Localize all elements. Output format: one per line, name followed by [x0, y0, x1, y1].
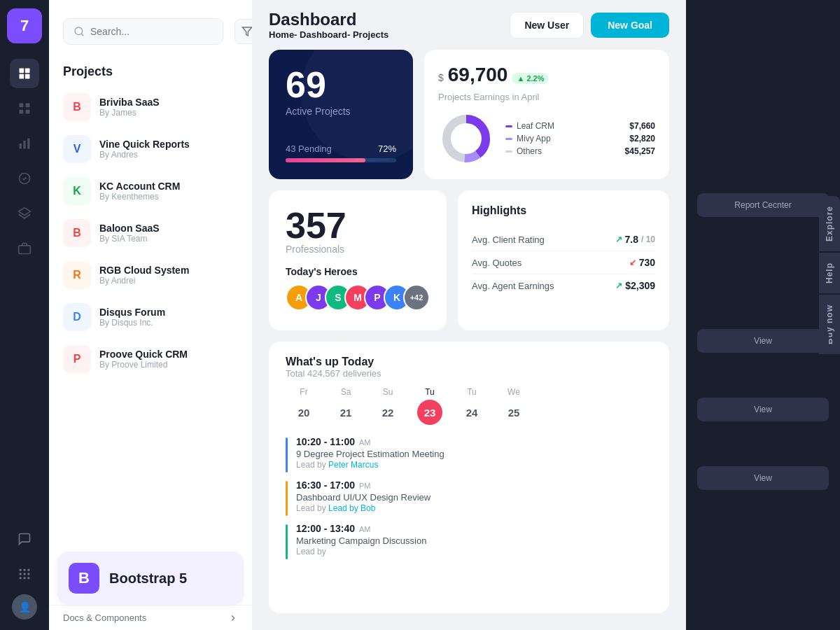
docs-label: Docs & Components [63, 612, 146, 623]
view-button-3[interactable]: View [697, 466, 829, 490]
project-info: Vine Quick Reports By Andres [99, 139, 238, 160]
cal-day-name: Su [383, 387, 393, 397]
event-item: 10:20 - 11:00 AM 9 Degree Project Estima… [286, 436, 652, 472]
right-tab-explore[interactable]: Explore [819, 196, 840, 251]
docs-link[interactable]: Docs & Components [49, 605, 252, 630]
svg-point-19 [27, 573, 29, 575]
filter-button[interactable] [234, 19, 252, 44]
svg-point-15 [23, 569, 25, 571]
svg-rect-8 [20, 144, 22, 149]
projects-search-area [49, 0, 252, 52]
event-lead: Lead by Lead by Bob [296, 503, 430, 513]
project-info: Disqus Forum By Disqus Inc. [99, 307, 238, 328]
svg-rect-1 [25, 69, 30, 74]
whatsup-card: What's up Today Total 424,567 deliveries… [269, 342, 669, 613]
event-lead-link[interactable]: Peter Marcus [328, 460, 378, 470]
highlight-value-rating: ↗ 7.8 / 10 [615, 234, 655, 245]
sidebar-icon-briefcase[interactable] [10, 234, 39, 263]
row-2: 357 Professionals Today's Heroes AJSMPK+… [269, 190, 669, 330]
project-logo: D [63, 303, 91, 331]
earnings-dollar: $ [438, 72, 444, 83]
legend-item-others: Others [505, 146, 614, 156]
progress-section: 43 Pending 72% [286, 144, 396, 162]
progress-pct: 72% [378, 144, 396, 154]
calendar-day[interactable]: Sa 21 [328, 387, 364, 425]
new-user-button[interactable]: New User [510, 12, 584, 38]
report-center-button[interactable]: Report Cecnter [697, 193, 829, 217]
project-item[interactable]: V Vine Quick Reports By Andres [57, 128, 244, 170]
sidebar-icon-message[interactable] [10, 524, 39, 554]
highlight-label-quotes: Avg. Quotes [472, 258, 522, 268]
professionals-card: 357 Professionals Today's Heroes AJSMPK+… [269, 190, 447, 330]
cal-day-num: 24 [459, 400, 484, 425]
project-item[interactable]: P Proove Quick CRM By Proove Limited [57, 338, 244, 380]
legend-label-others: Others [517, 146, 542, 156]
sidebar-icon-chart[interactable] [10, 129, 39, 158]
event-time: 10:20 - 11:00 AM [296, 436, 444, 447]
svg-rect-3 [25, 74, 30, 79]
project-info: RGB Cloud System By Andrei [99, 265, 238, 286]
prof-label: Professionals [286, 244, 430, 255]
search-bar[interactable] [63, 18, 223, 45]
project-item[interactable]: B Briviba SaaS By James [57, 86, 244, 128]
svg-rect-10 [27, 139, 29, 149]
sidebar-icon-layers[interactable] [10, 199, 39, 228]
calendar-day[interactable]: Fr 20 [286, 387, 322, 425]
project-info: KC Account CRM By Keenthemes [99, 181, 238, 202]
project-logo: B [63, 93, 91, 121]
project-item[interactable]: K KC Account CRM By Keenthemes [57, 170, 244, 212]
view-button-1[interactable]: View [697, 329, 829, 353]
project-by: By Andres [99, 150, 238, 160]
event-title: Dashboard UI/UX Design Review [296, 492, 430, 503]
sidebar-icon-check[interactable] [10, 164, 39, 193]
right-panel: Report Cecnter Explore Help Buy now View… [686, 0, 840, 630]
svg-rect-7 [26, 110, 30, 114]
svg-rect-6 [20, 110, 24, 114]
project-item[interactable]: D Disqus Forum By Disqus Inc. [57, 296, 244, 338]
calendar-row: Fr 20 Sa 21 Su 22 Tu 23 Tu 24 We 25 [286, 387, 652, 425]
svg-point-17 [20, 573, 22, 575]
project-by: By James [99, 108, 238, 118]
project-name: Vine Quick Reports [99, 139, 238, 150]
calendar-day[interactable]: Su 22 [370, 387, 406, 425]
sidebar-icon-grid[interactable] [10, 59, 39, 88]
projects-panel: Projects B Briviba SaaS By James V Vine … [49, 0, 252, 630]
svg-point-22 [27, 577, 29, 579]
calendar-day[interactable]: We 25 [496, 387, 532, 425]
event-lead: Lead by Peter Marcus [296, 460, 444, 470]
active-label: Active Projects [286, 106, 396, 117]
legend-value-others: $45,257 [625, 146, 655, 156]
svg-point-21 [23, 577, 25, 579]
view-button-2[interactable]: View [697, 398, 829, 421]
earnings-bottom: Leaf CRM Mivy App Others $7,660 [438, 111, 655, 167]
project-item[interactable]: R RGB Cloud System By Andrei [57, 254, 244, 296]
legend-value-mivy: $2,820 [629, 134, 655, 144]
right-tab-help[interactable]: Help [819, 253, 840, 293]
legend-label-mivy: Mivy App [517, 134, 551, 144]
event-bar [286, 524, 288, 559]
project-by: By Proove Limited [99, 360, 238, 370]
calendar-day[interactable]: Tu 23 [412, 387, 448, 425]
heroes-avatars: AJSMPK+42 [286, 284, 430, 311]
heroes-section: Today's Heroes AJSMPK+42 [286, 266, 430, 311]
legend-label-leaf: Leaf CRM [517, 121, 554, 131]
project-info: Baloon SaaS By SIA Team [99, 223, 238, 244]
new-goal-button[interactable]: New Goal [591, 13, 669, 38]
event-lead-link[interactable]: Lead by Bob [328, 503, 375, 513]
content-area: 69 Active Projects 43 Pending 72% $ [252, 50, 686, 630]
sidebar-icon-grid2[interactable] [10, 559, 39, 589]
sidebar-bottom: 👤 [10, 524, 39, 630]
legend-dot-others [505, 150, 512, 153]
svg-rect-4 [20, 104, 24, 108]
highlight-label-rating: Avg. Client Rating [472, 234, 545, 245]
sidebar-icon-apps[interactable] [10, 94, 39, 123]
calendar-day[interactable]: Tu 24 [454, 387, 490, 425]
highlights-title: Highlights [472, 204, 655, 217]
search-input[interactable] [90, 26, 213, 37]
arrow-up-icon: ↗ [615, 234, 622, 244]
highlight-label-earnings: Avg. Agent Earnings [472, 281, 554, 291]
sidebar-user-avatar[interactable]: 👤 [12, 594, 37, 620]
project-list: B Briviba SaaS By James V Vine Quick Rep… [49, 86, 252, 546]
bootstrap-panel: B Bootstrap 5 [57, 552, 244, 605]
project-item[interactable]: B Baloon SaaS By SIA Team [57, 212, 244, 254]
